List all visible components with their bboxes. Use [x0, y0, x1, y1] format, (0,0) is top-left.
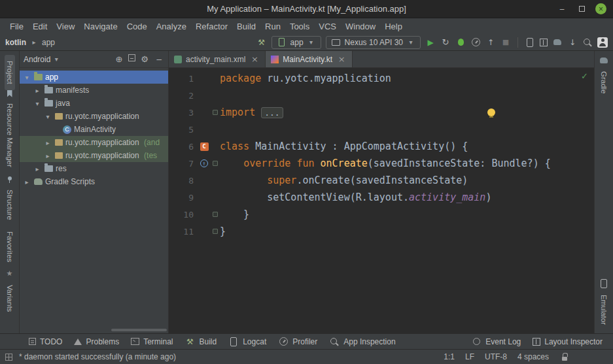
menu-run[interactable]: Run — [260, 20, 285, 33]
gradle-sync-icon[interactable] — [552, 37, 563, 48]
code-editor[interactable]: 1 package ru.yotc.myapplication 2 3 impo… — [169, 68, 594, 333]
code-line-11[interactable]: 11 } — [169, 223, 594, 240]
chevron-right-icon[interactable] — [43, 138, 52, 147]
menu-build[interactable]: Build — [232, 20, 260, 33]
chevron-right-icon[interactable] — [33, 86, 42, 95]
tool-button-variants[interactable]: Variants — [5, 279, 15, 318]
menu-code[interactable]: Code — [122, 20, 152, 33]
emulator-phone-icon[interactable] — [599, 278, 609, 289]
hide-panel-icon[interactable] — [154, 54, 164, 65]
attach-debugger-icon[interactable] — [485, 37, 496, 48]
code-line-2[interactable]: 2 — [169, 87, 594, 104]
menu-window[interactable]: Window — [341, 20, 380, 33]
collapse-all-icon[interactable] — [128, 54, 135, 61]
tool-button-build[interactable]: Build — [180, 335, 222, 348]
tool-button-terminal[interactable]: Terminal — [126, 336, 178, 348]
debug-button[interactable] — [455, 37, 466, 48]
tree-item-package-test[interactable]: ru.yotc.myapplication (tes — [20, 149, 168, 162]
tool-button-todo[interactable]: TODO — [24, 336, 67, 348]
tab-activity-main-xml[interactable]: activity_main.xml — [169, 51, 266, 67]
toolwindow-switcher-icon[interactable] — [5, 354, 12, 361]
tool-button-logcat[interactable]: Logcat — [223, 335, 271, 348]
tree-item-res[interactable]: res — [20, 162, 168, 175]
status-message[interactable]: * daemon started successfully (a minute … — [19, 352, 176, 361]
chevron-right-icon[interactable] — [33, 164, 42, 173]
tool-button-app-inspection[interactable]: App Inspection — [324, 335, 400, 348]
chevron-down-icon[interactable] — [33, 99, 42, 108]
code-line-6[interactable]: 6 class MainActivity : AppCompatActivity… — [169, 138, 594, 155]
tree-item-java[interactable]: java — [20, 97, 168, 110]
close-button[interactable] — [595, 3, 606, 14]
chevron-down-icon[interactable] — [43, 112, 52, 121]
stop-button[interactable] — [500, 37, 511, 48]
chevron-right-icon[interactable] — [43, 151, 52, 160]
tool-button-structure[interactable]: Structure — [5, 184, 15, 226]
sdk-manager-icon[interactable] — [567, 37, 578, 48]
code-line-10[interactable]: 10 } — [169, 206, 594, 223]
tool-button-project[interactable]: Project — [5, 55, 15, 90]
tool-button-profiler[interactable]: Profiler — [273, 335, 323, 348]
tree-item-app[interactable]: app — [20, 71, 168, 84]
fold-marker-icon[interactable] — [213, 229, 218, 234]
device-manager-icon[interactable] — [525, 37, 535, 48]
chevron-right-icon[interactable] — [22, 177, 31, 186]
minimize-button[interactable] — [556, 3, 568, 15]
overriding-method-icon[interactable] — [200, 159, 208, 167]
code-line-1[interactable]: 1 package ru.yotc.myapplication — [169, 70, 594, 87]
tool-button-emulator[interactable]: Emulator — [599, 289, 609, 331]
pin-icon[interactable] — [5, 173, 15, 184]
menu-edit[interactable]: Edit — [28, 20, 52, 33]
tool-button-problems[interactable]: Problems — [69, 336, 124, 348]
fold-marker-icon[interactable] — [213, 212, 218, 217]
fold-marker-icon[interactable] — [213, 161, 218, 166]
star-icon[interactable] — [5, 269, 15, 279]
tree-item-package-main[interactable]: ru.yotc.myapplication — [20, 110, 168, 123]
bookmark-icon[interactable] — [7, 90, 12, 97]
settings-gear-icon[interactable] — [139, 54, 150, 65]
tool-button-event-log[interactable]: Event Log — [466, 335, 526, 348]
tree-item-gradle-scripts[interactable]: Gradle Scripts — [20, 175, 168, 188]
project-view-selector[interactable]: Android — [24, 55, 50, 64]
menu-navigate[interactable]: Navigate — [79, 20, 122, 33]
breadcrumb-kotlin[interactable]: kotlin — [5, 38, 26, 47]
code-line-3[interactable]: 3 import ... — [169, 104, 594, 121]
menu-view[interactable]: View — [52, 20, 79, 33]
device-select[interactable]: Nexus 10 API 30 — [326, 36, 421, 49]
tab-mainactivity-kt[interactable]: MainActivity.kt — [266, 51, 353, 67]
profiler-button[interactable] — [470, 37, 481, 48]
class-icon[interactable] — [200, 142, 209, 151]
menu-refactor[interactable]: Refactor — [191, 20, 232, 33]
folded-imports[interactable]: ... — [261, 107, 283, 118]
tool-button-layout-inspector[interactable]: Layout Inspector — [527, 336, 608, 348]
close-tab-icon[interactable] — [249, 54, 260, 65]
tool-button-gradle[interactable]: Gradle — [599, 65, 609, 100]
menu-analyze[interactable]: Analyze — [152, 20, 191, 33]
horizontal-scrollbar[interactable] — [111, 329, 167, 331]
code-line-9[interactable]: 9 setContentView(R.layout.activity_main) — [169, 189, 594, 206]
code-line-5[interactable]: 5 — [169, 121, 594, 138]
file-encoding[interactable]: UTF-8 — [485, 352, 507, 361]
intention-bulb-icon[interactable] — [487, 108, 495, 116]
run-button[interactable] — [425, 37, 436, 48]
tool-button-favorites[interactable]: Favorites — [5, 225, 15, 268]
menu-help[interactable]: Help — [380, 20, 407, 33]
profile-avatar[interactable] — [597, 37, 608, 48]
chevron-down-icon[interactable] — [22, 73, 31, 82]
lock-icon[interactable] — [559, 352, 570, 362]
search-icon[interactable] — [582, 37, 593, 48]
fold-marker-icon[interactable] — [213, 110, 218, 115]
tree-item-mainactivity[interactable]: MainActivity — [20, 123, 168, 136]
gradle-icon[interactable] — [599, 55, 609, 65]
menu-vcs[interactable]: VCS — [314, 20, 341, 33]
breadcrumb-app[interactable]: app — [42, 38, 55, 47]
menu-tools[interactable]: Tools — [285, 20, 314, 33]
tree-item-package-androidtest[interactable]: ru.yotc.myapplication (and — [20, 136, 168, 149]
indent-setting[interactable]: 4 spaces — [517, 352, 549, 361]
caret-position[interactable]: 1:1 — [444, 352, 455, 361]
layout-inspector-icon[interactable] — [540, 39, 548, 46]
tree-item-manifests[interactable]: manifests — [20, 84, 168, 97]
locate-file-icon[interactable] — [114, 54, 124, 65]
line-separator[interactable]: LF — [465, 352, 474, 361]
code-line-7[interactable]: 7 override fun onCreate(savedInstanceSta… — [169, 155, 594, 172]
menu-file[interactable]: File — [5, 20, 28, 33]
